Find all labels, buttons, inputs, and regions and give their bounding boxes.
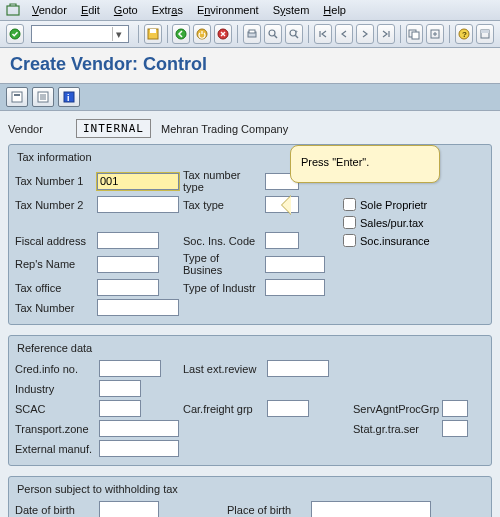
menu-goto[interactable]: Goto [108, 2, 144, 18]
type-industry-label: Type of Industr [183, 282, 261, 294]
cred-info-input[interactable] [99, 360, 161, 377]
svg-rect-22 [14, 94, 20, 96]
external-manuf-input[interactable] [99, 440, 179, 457]
tax-number-type-label: Tax number type [183, 169, 261, 193]
serv-agnt-input[interactable] [442, 400, 468, 417]
svg-line-12 [296, 36, 299, 39]
print-button[interactable] [243, 24, 261, 44]
scac-input[interactable] [99, 400, 141, 417]
tax-number-input[interactable] [97, 299, 179, 316]
fiscal-address-label: Fiscal address [15, 235, 93, 247]
last-ext-review-input[interactable] [267, 360, 329, 377]
command-field[interactable]: ▾ [31, 25, 129, 43]
svg-rect-8 [249, 30, 255, 33]
tax-type-label: Tax type [183, 199, 261, 211]
help-button[interactable]: ? [455, 24, 473, 44]
additional-data-button[interactable] [32, 87, 54, 107]
with-group-title: Person subject to withholding tax [15, 481, 485, 501]
svg-point-4 [176, 29, 186, 39]
stat-gr-label: Stat.gr.tra.ser [353, 423, 438, 435]
other-vendor-button[interactable] [6, 87, 28, 107]
industry-label: Industry [15, 383, 95, 395]
tax-number-label: Tax Number [15, 302, 93, 314]
tax-office-input[interactable] [97, 279, 159, 296]
back-button[interactable] [172, 24, 190, 44]
find-button[interactable] [264, 24, 282, 44]
svg-rect-15 [412, 32, 419, 39]
dob-input[interactable] [99, 501, 159, 517]
menu-bar: VVendorendor Edit Goto Extras Environmen… [0, 0, 500, 21]
session-icon [6, 3, 20, 17]
tax-number2-label: Tax Number 2 [15, 199, 93, 211]
svg-text:+: + [295, 28, 298, 34]
menu-environment[interactable]: Environment [191, 2, 265, 18]
find-next-button[interactable]: + [285, 24, 303, 44]
type-business-label: Type of Busines [183, 252, 261, 276]
command-dropdown-icon[interactable]: ▾ [112, 27, 126, 41]
dob-label: Date of birth [15, 504, 95, 516]
first-page-button[interactable] [314, 24, 332, 44]
withholding-group: Person subject to withholding tax Date o… [8, 476, 492, 517]
hint-tooltip: Press "Enter". [290, 145, 440, 183]
info-button[interactable]: i [58, 87, 80, 107]
tax-number1-input[interactable] [97, 173, 179, 190]
layout-button[interactable] [476, 24, 494, 44]
svg-point-9 [269, 30, 275, 36]
prev-page-button[interactable] [335, 24, 353, 44]
transport-zone-input[interactable] [99, 420, 179, 437]
car-freight-input[interactable] [267, 400, 309, 417]
tax-office-label: Tax office [15, 282, 93, 294]
soc-insurance-checkbox[interactable]: Soc.insurance [343, 234, 443, 247]
svg-text:i: i [67, 93, 70, 103]
save-button[interactable] [144, 24, 162, 44]
soc-ins-code-input[interactable] [265, 232, 299, 249]
svg-rect-3 [150, 29, 156, 33]
external-manuf-label: External manuf. [15, 443, 95, 455]
fiscal-address-input[interactable] [97, 232, 159, 249]
last-ext-review-label: Last ext.review [183, 363, 263, 375]
scac-label: SCAC [15, 403, 95, 415]
menu-vendor[interactable]: VVendorendor [26, 2, 73, 18]
shortcut-button[interactable] [426, 24, 444, 44]
ref-group-title: Reference data [15, 340, 485, 360]
reps-name-input[interactable] [97, 256, 159, 273]
type-business-input[interactable] [265, 256, 325, 273]
app-toolbar: i [0, 83, 500, 111]
reference-data-group: Reference data Cred.info no. Last ext.re… [8, 335, 492, 466]
sales-pur-checkbox[interactable]: Sales/pur.tax [343, 216, 443, 229]
vendor-header-row: Vendor INTERNAL Mehran Trading Company [8, 119, 492, 138]
type-industry-input[interactable] [265, 279, 325, 296]
industry-input[interactable] [99, 380, 141, 397]
cancel-button[interactable] [214, 24, 232, 44]
enter-button[interactable] [6, 24, 24, 44]
svg-line-10 [275, 36, 278, 39]
next-page-button[interactable] [356, 24, 374, 44]
stat-gr-input[interactable] [442, 420, 468, 437]
menu-system[interactable]: System [267, 2, 316, 18]
svg-text:?: ? [462, 30, 467, 39]
tax-number1-label: Tax Number 1 [15, 175, 93, 187]
serv-agnt-label: ServAgntProcGrp [353, 403, 438, 415]
pob-label: Place of birth [227, 504, 307, 516]
new-session-button[interactable] [406, 24, 424, 44]
car-freight-label: Car.freight grp [183, 403, 263, 415]
pob-input[interactable] [311, 501, 431, 517]
tax-number2-input[interactable] [97, 196, 179, 213]
last-page-button[interactable] [377, 24, 395, 44]
menu-extras[interactable]: Extras [146, 2, 189, 18]
menu-help[interactable]: Help [317, 2, 352, 18]
page-title: Create Vendor: Control [0, 48, 500, 83]
vendor-label: Vendor [8, 123, 66, 135]
reps-name-label: Rep's Name [15, 258, 93, 270]
exit-button[interactable] [193, 24, 211, 44]
soc-ins-code-label: Soc. Ins. Code [183, 235, 261, 247]
standard-toolbar: ▾ + ? [0, 21, 500, 48]
sole-prop-checkbox[interactable]: Sole Proprietr [343, 198, 443, 211]
hint-text: Press "Enter". [301, 156, 369, 168]
content-area: Vendor INTERNAL Mehran Trading Company P… [0, 111, 500, 517]
menu-edit[interactable]: Edit [75, 2, 106, 18]
svg-rect-20 [481, 30, 489, 33]
svg-rect-0 [7, 6, 19, 15]
cred-info-label: Cred.info no. [15, 363, 95, 375]
vendor-code: INTERNAL [76, 119, 151, 138]
